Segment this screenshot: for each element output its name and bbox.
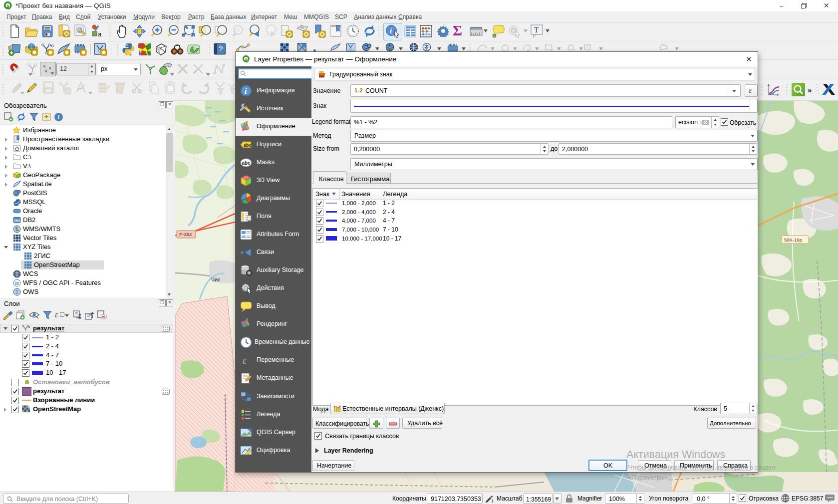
svg-text:ε: ε	[243, 355, 247, 366]
svg-text:W: W	[14, 281, 19, 286]
svg-text:T: T	[534, 26, 539, 34]
svg-text:Чик: Чик	[211, 276, 220, 282]
svg-text:1:1: 1:1	[235, 28, 240, 32]
svg-text:abc: abc	[242, 160, 251, 166]
svg-text:50K-19p: 50K-19p	[784, 237, 802, 243]
svg-text:DB2: DB2	[14, 219, 20, 222]
svg-text:?: ?	[219, 44, 223, 53]
svg-text:i: i	[245, 87, 247, 95]
svg-text:abc: abc	[244, 143, 252, 148]
svg-text:a: a	[98, 30, 102, 38]
svg-text:P-254: P-254	[179, 232, 192, 237]
